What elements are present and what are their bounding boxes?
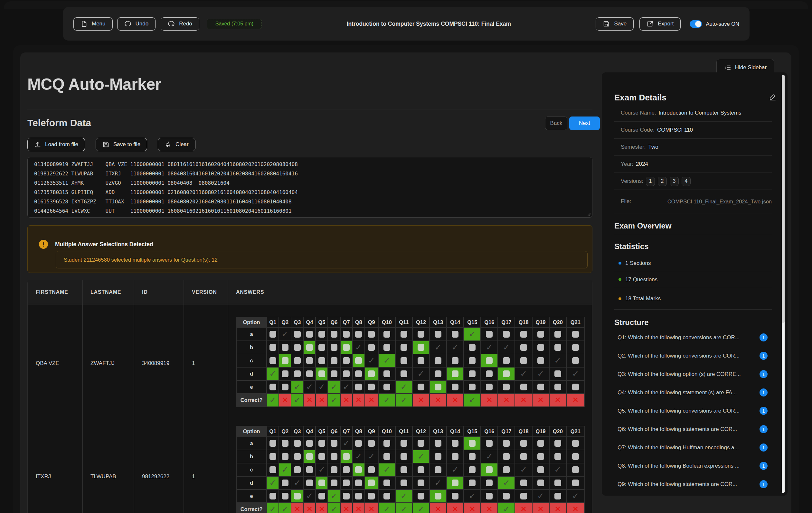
answer-cell[interactable] — [532, 450, 550, 463]
menu-button[interactable]: Menu — [74, 18, 113, 31]
answer-cell[interactable] — [303, 450, 316, 463]
answer-cell[interactable] — [396, 437, 413, 450]
answer-cell[interactable] — [365, 341, 379, 354]
answer-cell[interactable] — [365, 490, 379, 503]
answer-cell[interactable] — [291, 463, 303, 477]
back-button[interactable]: Back — [545, 117, 567, 130]
answer-cell[interactable] — [413, 354, 430, 367]
answer-cell[interactable] — [464, 437, 481, 450]
answer-cell[interactable]: ✓ — [464, 490, 481, 503]
answer-cell[interactable]: ✓ — [291, 381, 303, 394]
teleform-data-textarea[interactable]: 01340089919 ZWAFTJJ QBA VZE 11000000001 … — [27, 157, 592, 217]
answer-cell[interactable] — [267, 381, 279, 394]
answer-cell[interactable]: ✓ — [550, 354, 567, 367]
answer-cell[interactable]: ✓ — [515, 367, 532, 381]
load-from-file-button[interactable]: Load from file — [27, 138, 85, 151]
answer-cell[interactable] — [291, 354, 303, 367]
answer-cell[interactable]: ✓ — [353, 341, 365, 354]
answer-cell[interactable] — [353, 490, 365, 503]
answer-cell[interactable] — [316, 450, 328, 463]
answer-cell[interactable] — [328, 341, 340, 354]
answer-cell[interactable]: ✓ — [267, 367, 279, 381]
answer-cell[interactable] — [550, 381, 567, 394]
answer-cell[interactable]: ✓ — [413, 367, 430, 381]
answer-cell[interactable] — [303, 367, 316, 381]
answer-cell[interactable] — [341, 450, 353, 463]
version-button-3[interactable]: 3 — [670, 177, 679, 186]
structure-item[interactable]: Q3: Which of the following option (s) ar… — [614, 365, 772, 383]
answer-cell[interactable] — [379, 490, 396, 503]
answer-cell[interactable] — [532, 354, 550, 367]
answer-cell[interactable] — [379, 437, 396, 450]
answer-cell[interactable] — [316, 477, 328, 490]
answer-cell[interactable] — [267, 437, 279, 450]
answer-cell[interactable] — [481, 328, 498, 341]
answer-cell[interactable] — [464, 341, 481, 354]
answer-cell[interactable]: ✓ — [353, 450, 365, 463]
answer-cell[interactable]: ✓ — [328, 381, 340, 394]
answer-cell[interactable] — [447, 381, 464, 394]
answer-cell[interactable] — [328, 354, 340, 367]
answer-cell[interactable] — [567, 328, 585, 341]
answer-cell[interactable] — [279, 354, 291, 367]
answer-cell[interactable] — [279, 437, 291, 450]
answer-cell[interactable] — [464, 381, 481, 394]
answer-cell[interactable]: ✓ — [279, 463, 291, 477]
answer-cell[interactable] — [567, 450, 585, 463]
answer-cell[interactable] — [303, 341, 316, 354]
answer-cell[interactable] — [303, 437, 316, 450]
answer-cell[interactable] — [279, 490, 291, 503]
answer-cell[interactable] — [498, 367, 515, 381]
answer-cell[interactable] — [464, 354, 481, 367]
answer-cell[interactable] — [353, 477, 365, 490]
answer-cell[interactable] — [341, 341, 353, 354]
answer-cell[interactable]: ✓ — [481, 450, 498, 463]
answer-cell[interactable] — [447, 367, 464, 381]
answer-cell[interactable] — [430, 381, 447, 394]
answer-cell[interactable] — [447, 450, 464, 463]
answer-cell[interactable]: ✓ — [341, 381, 353, 394]
answer-cell[interactable] — [567, 341, 585, 354]
answer-cell[interactable] — [328, 437, 340, 450]
answer-cell[interactable] — [267, 341, 279, 354]
answer-cell[interactable] — [279, 450, 291, 463]
answer-cell[interactable] — [396, 463, 413, 477]
answer-cell[interactable] — [447, 477, 464, 490]
answer-cell[interactable] — [515, 341, 532, 354]
structure-item[interactable]: Q7: Which of the following Huffman encod… — [614, 438, 772, 457]
answer-cell[interactable]: ✓ — [303, 381, 316, 394]
edit-exam-details-icon[interactable] — [769, 93, 777, 101]
answer-cell[interactable]: ✓ — [365, 450, 379, 463]
answer-cell[interactable] — [291, 367, 303, 381]
save-button[interactable]: Save — [596, 18, 634, 31]
answer-cell[interactable] — [498, 437, 515, 450]
structure-item[interactable]: Q6: Which of the following statements ar… — [614, 420, 772, 438]
answer-cell[interactable] — [498, 381, 515, 394]
answer-cell[interactable] — [341, 354, 353, 367]
answer-cell[interactable] — [365, 381, 379, 394]
answer-cell[interactable]: ✓ — [532, 367, 550, 381]
answer-cell[interactable] — [396, 450, 413, 463]
answer-cell[interactable] — [328, 463, 340, 477]
answer-cell[interactable] — [365, 328, 379, 341]
answer-cell[interactable] — [328, 328, 340, 341]
answer-cell[interactable] — [481, 381, 498, 394]
structure-item[interactable]: Q1: Which of the following conversions a… — [614, 328, 772, 346]
answer-cell[interactable] — [316, 328, 328, 341]
answer-cell[interactable] — [550, 367, 567, 381]
answer-cell[interactable]: ✓ — [267, 477, 279, 490]
answer-cell[interactable] — [291, 437, 303, 450]
answer-cell[interactable]: ✓ — [291, 477, 303, 490]
answer-cell[interactable] — [532, 328, 550, 341]
answer-cell[interactable] — [365, 367, 379, 381]
answer-cell[interactable] — [396, 328, 413, 341]
answer-cell[interactable] — [515, 381, 532, 394]
version-button-2[interactable]: 2 — [658, 177, 667, 186]
answer-cell[interactable] — [291, 328, 303, 341]
answer-cell[interactable] — [353, 328, 365, 341]
answer-cell[interactable] — [430, 367, 447, 381]
answer-cell[interactable] — [379, 450, 396, 463]
sidebar-scrollbar-thumb[interactable] — [782, 75, 785, 323]
answer-cell[interactable] — [515, 437, 532, 450]
answer-cell[interactable] — [498, 450, 515, 463]
